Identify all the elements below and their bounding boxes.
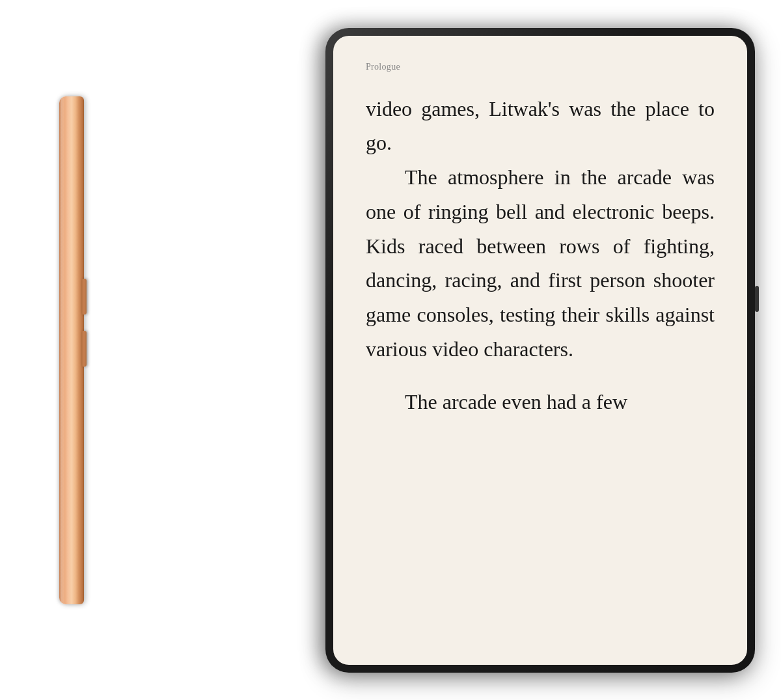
side-button-top[interactable]: [81, 279, 87, 315]
side-button-bottom[interactable]: [81, 331, 87, 367]
paragraph-3: The arcade even had a few: [366, 385, 715, 419]
paragraph-2: The atmosphere in the arcade was one of …: [366, 160, 715, 367]
device-side-view: [52, 96, 91, 604]
paragraph-2-text: The atmosphere in the arcade was one of …: [366, 165, 715, 361]
device-screen: Prologue video games, Litwak's was the p…: [333, 36, 747, 665]
paragraph-1: video games, Litwak's was the place to g…: [366, 92, 715, 161]
scene: Prologue video games, Litwak's was the p…: [0, 0, 781, 700]
chapter-label: Prologue: [366, 62, 715, 72]
device-right-buttons: [755, 286, 759, 312]
front-right-button[interactable]: [755, 286, 759, 312]
paragraph-3-text: The arcade even had a few: [405, 390, 627, 413]
screen-content: Prologue video games, Litwak's was the p…: [333, 36, 747, 665]
device-front-view: Prologue video games, Litwak's was the p…: [325, 28, 755, 673]
device-side-body: [59, 96, 84, 604]
paragraph-1-text: video games, Litwak's was the place to g…: [366, 97, 715, 155]
book-text: video games, Litwak's was the place to g…: [366, 92, 715, 419]
